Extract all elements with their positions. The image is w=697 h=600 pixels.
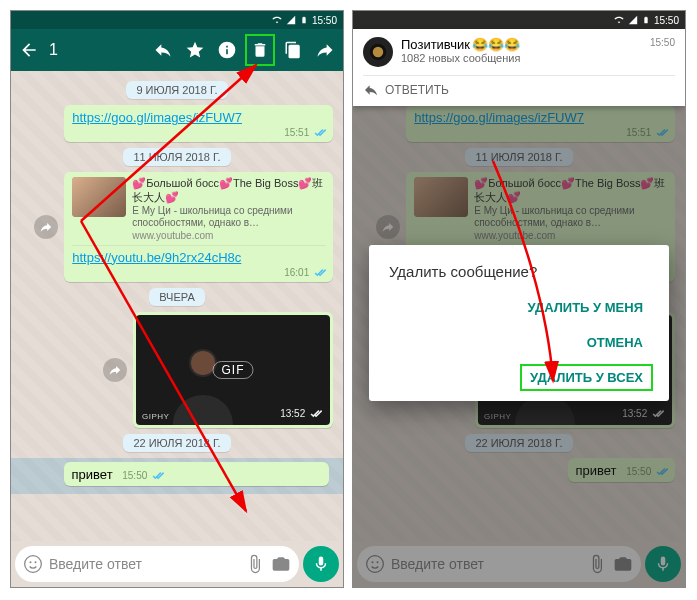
reply-icon[interactable] xyxy=(149,36,177,64)
read-ticks-icon xyxy=(150,471,164,481)
notif-time: 15:50 xyxy=(650,37,675,48)
status-time: 15:50 xyxy=(312,15,337,26)
input-bar: Введите ответ xyxy=(353,541,685,587)
link-preview[interactable]: 💕Большой босс💕The Big Boss💕班长大人💕 Е Му Ци… xyxy=(72,177,326,245)
message-text: привет xyxy=(72,467,113,482)
back-icon[interactable] xyxy=(15,36,43,64)
status-bar: 15:50 xyxy=(11,11,343,29)
message-time: 13:52 xyxy=(280,408,305,419)
copy-icon[interactable] xyxy=(279,36,307,64)
date-pill: ВЧЕРА xyxy=(149,288,204,306)
reply-icon xyxy=(363,82,379,98)
camera-icon[interactable] xyxy=(271,554,291,574)
message-bubble[interactable]: 💕Большой босс💕The Big Boss💕班长大人💕 Е Му Ци… xyxy=(64,172,333,282)
delete-for-everyone-button[interactable]: УДАЛИТЬ У ВСЕХ xyxy=(520,364,653,391)
delete-for-me-button[interactable]: УДАЛИТЬ У МЕНЯ xyxy=(517,294,653,321)
gif-person xyxy=(158,337,248,425)
phone-right: 15:50 Позитивчик😂😂😂 1082 новых сообщения… xyxy=(352,10,686,588)
heads-up-notification[interactable]: Позитивчик😂😂😂 1082 новых сообщения 15:50… xyxy=(353,29,685,106)
emoji-icon[interactable] xyxy=(23,554,43,574)
giphy-label: GIPHY xyxy=(142,412,169,421)
preview-desc: Е Му Ци - школьница со средними способно… xyxy=(132,205,326,229)
delete-icon[interactable] xyxy=(250,36,270,64)
message-input[interactable]: Введите ответ xyxy=(15,546,299,582)
message-time: 15:51 xyxy=(284,127,309,138)
svg-point-1 xyxy=(30,561,32,563)
star-icon[interactable] xyxy=(181,36,209,64)
svg-point-0 xyxy=(25,556,42,573)
input-placeholder: Введите ответ xyxy=(49,556,239,572)
message-time: 15:50 xyxy=(122,470,147,481)
signal-icon xyxy=(286,15,296,25)
delete-dialog: Удалить сообщение? УДАЛИТЬ У МЕНЯ ОТМЕНА… xyxy=(369,245,669,401)
info-icon[interactable] xyxy=(213,36,241,64)
forward-icon[interactable] xyxy=(311,36,339,64)
notif-reply-label: ОТВЕТИТЬ xyxy=(385,83,449,97)
wifi-icon xyxy=(614,15,624,25)
read-ticks-icon xyxy=(312,268,326,278)
chat-area[interactable]: 9 ИЮЛЯ 2018 Г. https://goo.gl/images/izF… xyxy=(11,71,343,541)
attach-icon[interactable] xyxy=(245,554,265,574)
battery-icon xyxy=(642,15,650,25)
message-bubble[interactable]: привет 15:50 xyxy=(64,462,329,486)
date-pill: 9 ИЮЛЯ 2018 Г. xyxy=(126,81,227,99)
notif-title: Позитивчик xyxy=(401,37,470,52)
forward-share-icon[interactable] xyxy=(34,215,58,239)
notif-emoji: 😂😂😂 xyxy=(472,37,520,52)
dialog-title: Удалить сообщение? xyxy=(389,263,653,280)
selection-action-bar: 1 xyxy=(11,29,343,71)
mic-button[interactable] xyxy=(303,546,339,582)
forward-share-icon[interactable] xyxy=(103,358,127,382)
notif-avatar xyxy=(363,37,393,67)
preview-thumb xyxy=(72,177,126,217)
dim-overlay xyxy=(353,541,685,587)
notif-reply-button[interactable]: ОТВЕТИТЬ xyxy=(363,75,675,98)
status-time: 15:50 xyxy=(654,15,679,26)
date-pill: 22 ИЮЛЯ 2018 Г. xyxy=(123,434,230,452)
date-pill: 11 ИЮЛЯ 2018 Г. xyxy=(123,148,230,166)
svg-point-2 xyxy=(35,561,37,563)
gif-message-bubble[interactable]: GIF GIPHY 13:52 xyxy=(133,312,333,428)
wifi-icon xyxy=(272,15,282,25)
read-ticks-icon xyxy=(308,409,322,419)
notif-subtitle: 1082 новых сообщения xyxy=(401,52,520,64)
message-time: 16:01 xyxy=(284,267,309,278)
gif-badge: GIF xyxy=(213,361,254,379)
gif-image[interactable]: GIF GIPHY 13:52 xyxy=(136,315,330,425)
message-link[interactable]: https://goo.gl/images/izFUW7 xyxy=(72,110,242,125)
message-bubble[interactable]: https://goo.gl/images/izFUW7 15:51 xyxy=(64,105,333,142)
input-bar: Введите ответ xyxy=(11,541,343,587)
phone-left: 15:50 1 9 ИЮЛЯ 2018 Г. https://goo.gl/im… xyxy=(10,10,344,588)
battery-icon xyxy=(300,15,308,25)
status-bar: 15:50 xyxy=(353,11,685,29)
message-link[interactable]: https://youtu.be/9h2rx24cH8c xyxy=(72,250,241,265)
svg-point-6 xyxy=(373,47,384,58)
selection-count: 1 xyxy=(49,41,58,59)
preview-title: 💕Большой босс💕The Big Boss💕班长大人💕 xyxy=(132,177,326,203)
signal-icon xyxy=(628,15,638,25)
selected-message-row[interactable]: привет 15:50 xyxy=(11,458,343,494)
preview-source: www.youtube.com xyxy=(132,230,326,241)
delete-button-highlight xyxy=(245,34,275,66)
cancel-button[interactable]: ОТМЕНА xyxy=(577,329,653,356)
read-ticks-icon xyxy=(312,128,326,138)
